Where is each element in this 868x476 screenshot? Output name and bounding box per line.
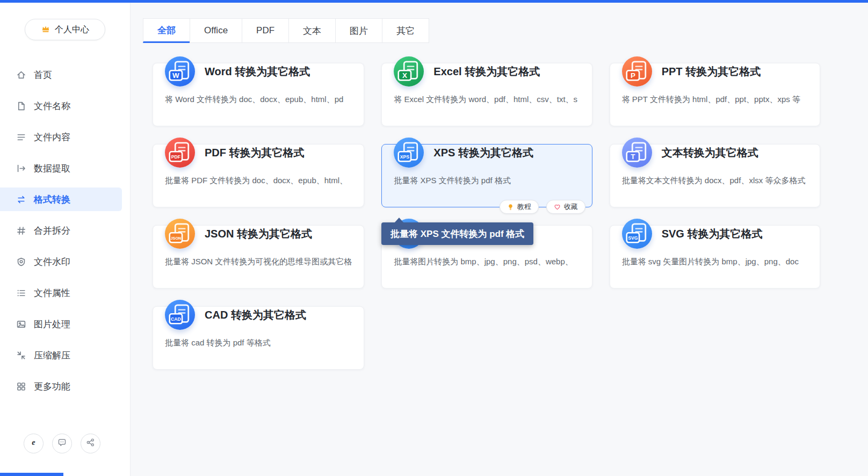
sidebar-footer: e xyxy=(24,434,100,453)
svg-text:W: W xyxy=(172,71,179,80)
card-subtitle: 批量将 JSON 文件转换为可视化的思维导图或其它格 xyxy=(165,257,352,267)
card-title: Word 转换为其它格式 xyxy=(205,64,310,79)
card-subtitle: 批量将 svg 矢量图片转换为 bmp、jpg、png、doc xyxy=(622,257,808,267)
card-head: W Word 转换为其它格式 xyxy=(165,56,352,86)
card-pdf-convert[interactable]: PDF PDF 转换为其它格式 批量将 PDF 文件转换为 doc、docx、e… xyxy=(153,144,364,207)
card-head: XPS XPS 转换为其它格式 xyxy=(394,138,580,168)
card-subtitle: 批量将 PDF 文件转换为 doc、docx、epub、html、 xyxy=(165,176,352,186)
top-accent-bar xyxy=(0,0,868,3)
image-process-icon xyxy=(16,319,26,329)
card-subtitle: 将 Word 文件转换为 doc、docx、epub、html、pd xyxy=(165,95,352,105)
sidebar-item-file-props[interactable]: 文件属性 xyxy=(0,281,122,305)
favorite-button[interactable]: 收藏 xyxy=(546,200,585,214)
svg-text:XPS: XPS xyxy=(400,154,410,160)
profile-center-label: 个人中心 xyxy=(55,24,89,35)
sidebar-item-label: 合并拆分 xyxy=(34,225,70,237)
file-props-icon xyxy=(16,288,26,298)
card-excel-convert[interactable]: X Excel 转换为其它格式 将 Excel 文件转换为 word、pdf、h… xyxy=(381,63,592,126)
crown-icon xyxy=(41,24,50,35)
sidebar-item-label: 数据提取 xyxy=(34,162,70,175)
card-subtitle: 将 PPT 文件转换为 html、pdf、ppt、pptx、xps 等 xyxy=(622,95,808,105)
tab-image[interactable]: 图片 xyxy=(335,18,382,43)
svg-text:e: e xyxy=(32,438,35,446)
tooltip: 批量将 XPS 文件转换为 pdf 格式 xyxy=(381,222,533,245)
card-title: SVG 转换为其它格式 xyxy=(662,227,763,241)
card-head: PDF PDF 转换为其它格式 xyxy=(165,138,352,168)
e-logo-button[interactable]: e xyxy=(24,434,44,453)
xps-format-icon: XPS xyxy=(394,138,424,168)
card-word-convert[interactable]: W Word 转换为其它格式 将 Word 文件转换为 doc、docx、epu… xyxy=(153,63,364,126)
sidebar-item-more-features[interactable]: 更多功能 xyxy=(0,374,122,398)
card-title: Excel 转换为其它格式 xyxy=(433,64,540,79)
card-subtitle: 批量将 cad 转换为 pdf 等格式 xyxy=(165,338,352,348)
e-logo-icon: e xyxy=(29,438,38,449)
chat-bubble-icon xyxy=(57,438,67,449)
sidebar-item-compress[interactable]: 压缩解压 xyxy=(0,343,122,367)
main-content: 全部OfficePDF文本图片其它 批量将 XPS 文件转换为 pdf 格式 W… xyxy=(131,3,868,476)
tab-pdf[interactable]: PDF xyxy=(242,18,289,43)
chat-bubble-button[interactable] xyxy=(52,434,72,453)
tab-text[interactable]: 文本 xyxy=(288,18,336,43)
data-extract-icon xyxy=(16,163,26,174)
tab-office[interactable]: Office xyxy=(190,18,242,43)
share-nodes-icon xyxy=(86,438,95,449)
sidebar-item-file-name[interactable]: 文件名称 xyxy=(0,94,122,118)
svg-text:PDF: PDF xyxy=(171,154,180,160)
card-title: CAD 转换为其它格式 xyxy=(205,308,306,322)
tooltip-text: 批量将 XPS 文件转换为 pdf 格式 xyxy=(390,228,524,240)
card-title: PPT 转换为其它格式 xyxy=(662,64,761,79)
file-name-icon xyxy=(16,101,26,111)
home-icon xyxy=(16,70,26,80)
sidebar-item-merge-split[interactable]: 合并拆分 xyxy=(0,219,122,242)
format-convert-icon xyxy=(16,194,26,205)
card-cad-convert[interactable]: CAD CAD 转换为其它格式 批量将 cad 转换为 pdf 等格式 xyxy=(153,306,364,370)
svg-text:CAD: CAD xyxy=(171,316,181,322)
ppt-format-icon: P xyxy=(622,56,652,86)
profile-center-button[interactable]: 个人中心 xyxy=(25,19,105,40)
card-json-convert[interactable]: JSON JSON 转换为其它格式 批量将 JSON 文件转换为可视化的思维导图… xyxy=(153,225,364,289)
action-label: 教程 xyxy=(517,202,531,212)
share-nodes-button[interactable] xyxy=(81,434,100,453)
card-head: T 文本转换为其它格式 xyxy=(622,138,808,168)
card-title: PDF 转换为其它格式 xyxy=(205,146,305,160)
bulb-icon xyxy=(507,204,514,211)
watermark-icon xyxy=(16,257,26,267)
card-title: XPS 转换为其它格式 xyxy=(433,146,533,160)
card-head: SVG SVG 转换为其它格式 xyxy=(622,219,808,249)
pdf-format-icon: PDF xyxy=(165,138,195,168)
card-head: CAD CAD 转换为其它格式 xyxy=(165,300,352,330)
tutorial-button[interactable]: 教程 xyxy=(500,200,539,214)
svg-text:T: T xyxy=(631,153,635,161)
sidebar-item-label: 压缩解压 xyxy=(34,349,70,362)
tab-other[interactable]: 其它 xyxy=(382,18,429,43)
word-format-icon: W xyxy=(165,56,195,86)
card-svg-convert[interactable]: SVG SVG 转换为其它格式 批量将 svg 矢量图片转换为 bmp、jpg、… xyxy=(610,225,820,289)
sidebar-menu: 首页文件名称文件内容数据提取格式转换合并拆分文件水印文件属性图片处理压缩解压更多… xyxy=(0,63,130,398)
card-text-convert[interactable]: T 文本转换为其它格式 批量将文本文件转换为 docx、pdf、xlsx 等众多… xyxy=(610,144,820,207)
tab-all[interactable]: 全部 xyxy=(143,18,190,43)
compress-icon xyxy=(16,350,26,360)
sidebar-item-label: 图片处理 xyxy=(34,318,70,330)
sidebar-item-label: 文件属性 xyxy=(34,287,70,299)
sidebar-item-label: 文件名称 xyxy=(34,100,70,112)
sidebar-item-data-extract[interactable]: 数据提取 xyxy=(0,156,122,180)
card-subtitle: 批量将图片转换为 bmp、jpg、png、psd、webp、 xyxy=(394,257,580,267)
sidebar-item-format-convert[interactable]: 格式转换 xyxy=(0,187,122,211)
sidebar-item-file-watermark[interactable]: 文件水印 xyxy=(0,250,122,273)
sidebar-item-file-content[interactable]: 文件内容 xyxy=(0,125,122,149)
sidebar-item-label: 格式转换 xyxy=(34,193,70,206)
sidebar-item-image-process[interactable]: 图片处理 xyxy=(0,312,122,336)
card-actions: 教程收藏 xyxy=(500,200,585,214)
card-ppt-convert[interactable]: P PPT 转换为其它格式 将 PPT 文件转换为 html、pdf、ppt、p… xyxy=(610,63,820,126)
sidebar-item-label: 首页 xyxy=(34,69,52,81)
card-subtitle: 将 Excel 文件转换为 word、pdf、html、csv、txt、s xyxy=(394,95,580,105)
category-tabbar: 全部OfficePDF文本图片其它 xyxy=(143,18,868,43)
heart-icon xyxy=(554,204,561,211)
card-head: X Excel 转换为其它格式 xyxy=(394,56,580,86)
card-xps-convert[interactable]: XPS XPS 转换为其它格式 批量将 XPS 文件转换为 pdf 格式教程收藏 xyxy=(381,144,592,207)
card-title: JSON 转换为其它格式 xyxy=(205,227,312,241)
card-head: P PPT 转换为其它格式 xyxy=(622,56,808,86)
sidebar-item-home[interactable]: 首页 xyxy=(0,63,122,86)
sidebar: 个人中心 首页文件名称文件内容数据提取格式转换合并拆分文件水印文件属性图片处理压… xyxy=(0,3,131,476)
more-icon xyxy=(16,381,26,392)
